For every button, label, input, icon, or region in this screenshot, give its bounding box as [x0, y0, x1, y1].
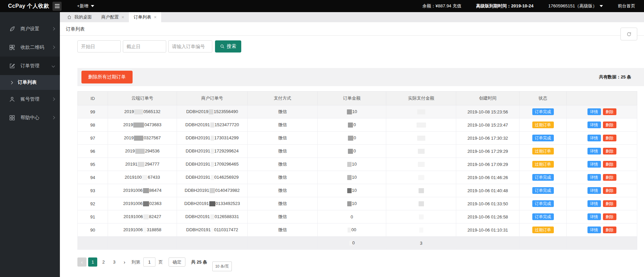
sidebar-item-收款二维码[interactable]: 收款二维码	[0, 38, 60, 57]
detail-button[interactable]: 详情	[587, 108, 601, 115]
table-summary-row: 03	[78, 237, 637, 250]
tab-商户配置[interactable]: 商户配置×	[97, 12, 129, 22]
delete-button[interactable]: 删除	[603, 227, 616, 233]
summary-empty-cell	[248, 237, 318, 250]
cell-actual-amount	[386, 145, 456, 158]
detail-button[interactable]: 详情	[587, 174, 601, 181]
delete-button[interactable]: 删除	[603, 200, 616, 207]
redaction-mask	[211, 228, 214, 233]
front-home-link[interactable]: 前台首页	[618, 3, 635, 9]
confirm-button[interactable]: 确定	[169, 257, 185, 267]
tab-订单列表[interactable]: 订单列表×	[129, 12, 161, 22]
summary-empty-cell	[78, 237, 108, 250]
search-icon	[220, 44, 225, 49]
page-size-select[interactable]: 10 条/页	[212, 262, 232, 271]
cell-created-time: 2019-10-06 17:30:32	[456, 132, 520, 145]
topbar-right: 余额：¥887.94 充值 高级版到期时间：2019-10-24 1760596…	[422, 3, 644, 9]
cell-cloud-order-no: 20191294777	[108, 158, 177, 171]
delete-expired-orders-button[interactable]: 删除所有过期订单	[81, 71, 133, 83]
detail-button[interactable]: 详情	[587, 227, 601, 233]
redaction-mask	[210, 188, 215, 193]
total-count-text: 共有数据：25 条	[599, 74, 640, 80]
column-header: 状态	[520, 92, 567, 105]
redaction-mask	[347, 162, 352, 167]
summary-empty-cell	[567, 237, 637, 250]
sidebar-item-订单管理[interactable]: 订单管理	[0, 57, 60, 75]
cell-status: 过期订单	[520, 145, 567, 158]
cell-actions: 详情删除	[567, 197, 637, 210]
delete-button[interactable]: 删除	[603, 135, 616, 141]
search-button[interactable]: 搜索	[215, 40, 241, 53]
start-date-input[interactable]	[77, 40, 121, 53]
chevron-right-icon	[10, 81, 13, 84]
new-dropdown-button[interactable]: +新增	[77, 3, 94, 9]
redaction-mask	[417, 123, 426, 128]
cell-merchant-order-no: DDBH201910126588331	[177, 210, 248, 223]
pagination-page-2[interactable]: 2	[99, 257, 108, 267]
close-icon[interactable]: ×	[154, 15, 156, 20]
sidebar-item-账号管理[interactable]: 账号管理	[0, 90, 60, 108]
table-row: 9720190327567DDBH201911730314299微信02019-…	[78, 132, 637, 145]
delete-button[interactable]: 删除	[603, 108, 616, 115]
cell-id: 97	[78, 132, 108, 145]
cell-actions: 详情删除	[567, 171, 637, 184]
sidebar-item-帮助中心[interactable]: 帮助中心	[0, 108, 60, 127]
detail-button[interactable]: 详情	[587, 161, 601, 168]
redaction-mask	[211, 175, 214, 180]
cell-actions: 详情删除	[567, 145, 637, 158]
order-no-input[interactable]	[168, 40, 212, 53]
detail-button[interactable]: 详情	[587, 135, 601, 141]
sidebar-toggle-button[interactable]	[52, 2, 62, 11]
table-header-row: ID云端订单号商户订单号支付方式订单金额实际支付金额创建时间状态	[78, 92, 637, 105]
detail-button[interactable]: 详情	[587, 187, 601, 194]
main-content: 我的桌面商户配置×订单列表× 订单列表 搜索	[60, 12, 644, 277]
redaction-mask	[211, 162, 214, 167]
cell-actual-amount	[386, 210, 456, 223]
chevron-right-icon	[52, 27, 55, 31]
delete-button[interactable]: 删除	[603, 122, 616, 128]
cell-cloud-order-no: 20191006318858	[108, 223, 177, 237]
redaction-mask	[143, 214, 149, 219]
cell-actual-amount	[386, 132, 456, 145]
pagination-page-1[interactable]: 1	[88, 257, 97, 267]
redaction-mask	[417, 109, 425, 114]
close-icon[interactable]: ×	[121, 15, 124, 20]
end-date-input[interactable]	[123, 40, 166, 53]
detail-button[interactable]: 详情	[587, 122, 601, 128]
cell-pay-method: 微信	[248, 105, 318, 118]
table-row: 9820190473683DDBH201911523477720微信02019-…	[78, 118, 637, 132]
redaction-mask	[135, 149, 145, 154]
detail-button[interactable]: 详情	[587, 213, 601, 220]
refresh-button[interactable]	[620, 28, 637, 40]
tab-我的桌面[interactable]: 我的桌面	[62, 12, 97, 22]
redaction-mask	[348, 228, 351, 233]
pagination-next-button[interactable]: ›	[120, 257, 129, 267]
sidebar-item-订单列表[interactable]: 订单列表	[0, 75, 60, 90]
orders-table-wrap: ID云端订单号商户订单号支付方式订单金额实际支付金额创建时间状态99201905…	[77, 91, 637, 250]
cell-merchant-order-no: DDBH20191523556490	[177, 105, 248, 118]
delete-button[interactable]: 删除	[603, 187, 616, 194]
goto-page-input[interactable]	[143, 257, 155, 267]
pagination-page-3[interactable]: 3	[110, 257, 119, 267]
cell-order-amount: 0	[318, 118, 386, 132]
cell-pay-method: 微信	[248, 197, 318, 210]
account-dropdown[interactable]: 17605965151（高级版）	[548, 3, 603, 9]
delete-button[interactable]: 删除	[603, 174, 616, 181]
redaction-mask	[347, 175, 352, 180]
delete-button[interactable]: 删除	[603, 213, 616, 220]
redaction-mask	[348, 149, 353, 154]
detail-button[interactable]: 详情	[587, 200, 601, 207]
balance-recharge-link[interactable]: 余额：¥887.94 充值	[422, 3, 461, 9]
cell-actions: 详情删除	[567, 184, 637, 197]
detail-button[interactable]: 详情	[587, 148, 601, 154]
delete-button[interactable]: 删除	[603, 148, 616, 154]
sidebar-item-商户设置[interactable]: 商户设置	[0, 20, 60, 38]
cell-actual-amount	[386, 171, 456, 184]
pagination-prev-button[interactable]: ‹	[77, 257, 86, 267]
delete-button[interactable]: 删除	[603, 161, 616, 168]
sidebar: 商户设置收款二维码订单管理订单列表账号管理帮助中心	[0, 12, 60, 277]
table-row: 9920190565132DDBH20191523556490微信102019-…	[78, 105, 637, 118]
cell-cloud-order-no: 201910067433	[108, 171, 177, 184]
cell-pay-method: 微信	[248, 118, 318, 132]
cell-status: 订单完成	[520, 210, 567, 223]
